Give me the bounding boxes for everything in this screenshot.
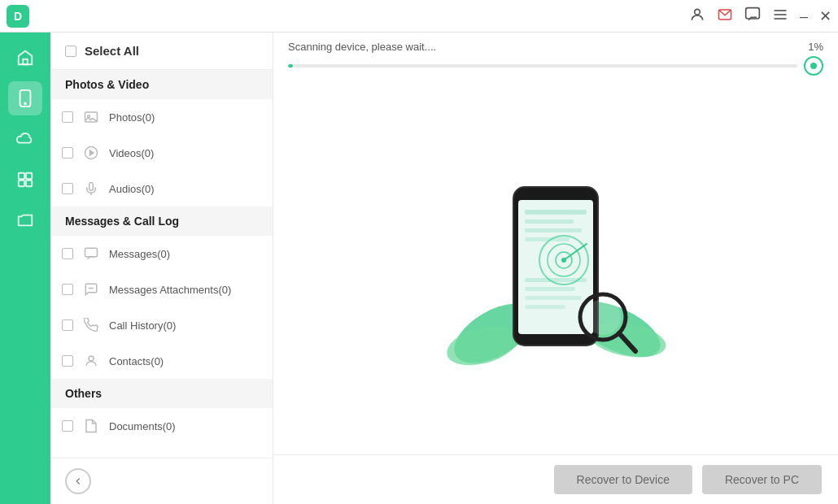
attachment-icon	[81, 280, 101, 299]
scan-stop-button[interactable]	[804, 56, 823, 76]
right-panel: Scanning device, please wait.... 1%	[273, 33, 838, 504]
checkbox-audios[interactable]	[62, 183, 73, 194]
recover-pc-button[interactable]: Recover to PC	[702, 465, 822, 494]
svg-point-8	[24, 103, 26, 105]
video-icon	[81, 143, 101, 163]
category-others: Others	[50, 379, 273, 408]
minimize-button[interactable]: –	[800, 9, 808, 24]
svg-rect-18	[85, 248, 98, 257]
item-videos[interactable]: Videos(0)	[50, 135, 273, 171]
svg-rect-35	[525, 305, 565, 309]
title-bar-left: D	[7, 5, 29, 28]
item-messages[interactable]: Messages(0)	[50, 236, 273, 272]
category-photos-video: Photos & Video	[50, 70, 273, 99]
sidebar-nav	[0, 33, 50, 504]
svg-rect-31	[525, 237, 570, 241]
back-button[interactable]	[65, 468, 91, 494]
checkbox-contacts[interactable]	[62, 355, 73, 367]
contacts-label: Contacts(0)	[109, 355, 164, 367]
nav-folder[interactable]	[8, 203, 42, 237]
category-messages: Messages & Call Log	[50, 206, 273, 236]
left-panel-footer	[50, 458, 273, 504]
svg-rect-34	[525, 296, 582, 300]
item-photos[interactable]: Photos(0)	[50, 99, 273, 135]
svg-marker-16	[90, 150, 94, 155]
scan-progress-fill	[288, 64, 293, 67]
scan-illustration	[426, 154, 686, 382]
left-panel: Select All Photos & Video Photos(0) Vide…	[50, 33, 273, 504]
checkbox-messages[interactable]	[62, 248, 73, 259]
item-contacts[interactable]: Contacts(0)	[50, 343, 273, 379]
recover-device-button[interactable]: Recover to Device	[554, 465, 692, 494]
item-audios[interactable]: Audios(0)	[50, 171, 273, 206]
item-messages-attachments[interactable]: Messages Attachments(0)	[50, 272, 273, 307]
checkbox-call-history[interactable]	[62, 319, 73, 331]
svg-rect-33	[525, 287, 575, 291]
title-bar: D – ✕	[0, 0, 838, 33]
close-button[interactable]: ✕	[819, 9, 831, 24]
photo-icon	[81, 107, 101, 127]
call-history-label: Call History(0)	[109, 319, 176, 332]
nav-phone[interactable]	[8, 81, 42, 115]
svg-rect-28	[525, 210, 587, 215]
svg-rect-27	[543, 190, 568, 197]
scan-percent: 1%	[808, 41, 823, 53]
audios-label: Audios(0)	[109, 183, 155, 195]
menu-icon[interactable]	[772, 7, 788, 26]
svg-point-20	[89, 356, 94, 361]
svg-rect-11	[19, 180, 24, 186]
svg-rect-29	[525, 219, 574, 224]
svg-rect-9	[19, 173, 24, 179]
scan-progress-bar	[288, 64, 797, 67]
photos-label: Photos(0)	[109, 111, 155, 124]
app-logo: D	[7, 5, 29, 28]
nav-cloud[interactable]	[8, 122, 42, 156]
svg-rect-30	[525, 228, 582, 232]
nav-home[interactable]	[8, 41, 42, 75]
chat-icon[interactable]	[744, 7, 761, 26]
svg-point-41	[585, 299, 621, 335]
mail-icon[interactable]	[717, 7, 733, 25]
scan-bar: Scanning device, please wait.... 1%	[273, 33, 838, 53]
svg-rect-12	[26, 180, 32, 186]
action-bar: Recover to Device Recover to PC	[273, 454, 838, 504]
documents-label: Documents(0)	[109, 420, 176, 432]
select-all-checkbox[interactable]	[65, 46, 76, 57]
title-bar-icons: – ✕	[689, 7, 831, 26]
phone-icon	[81, 315, 101, 335]
nav-files[interactable]	[8, 163, 42, 197]
svg-rect-10	[26, 173, 32, 179]
main-container: Select All Photos & Video Photos(0) Vide…	[0, 33, 838, 504]
svg-point-0	[695, 9, 701, 15]
select-all-label: Select All	[85, 44, 139, 58]
checkbox-attachments[interactable]	[62, 284, 73, 295]
videos-label: Videos(0)	[109, 147, 154, 159]
scan-progress-row	[273, 53, 838, 82]
scan-stop-icon	[810, 63, 817, 69]
item-call-history[interactable]: Call History(0)	[50, 307, 273, 343]
checkbox-photos[interactable]	[62, 111, 73, 123]
checkbox-videos[interactable]	[62, 147, 73, 159]
checkbox-documents[interactable]	[62, 420, 73, 432]
messages-label: Messages(0)	[109, 248, 170, 260]
audio-icon	[81, 179, 101, 198]
contacts-icon	[81, 351, 101, 371]
document-icon	[81, 416, 101, 436]
attachments-label: Messages Attachments(0)	[109, 284, 231, 296]
svg-rect-6	[23, 59, 28, 64]
svg-point-39	[561, 258, 566, 263]
scan-text: Scanning device, please wait....	[288, 41, 436, 53]
user-icon[interactable]	[689, 7, 705, 26]
select-all-row[interactable]: Select All	[50, 33, 273, 70]
item-documents[interactable]: Documents(0)	[50, 408, 273, 444]
message-icon	[81, 244, 101, 263]
illustration-area	[273, 82, 838, 454]
